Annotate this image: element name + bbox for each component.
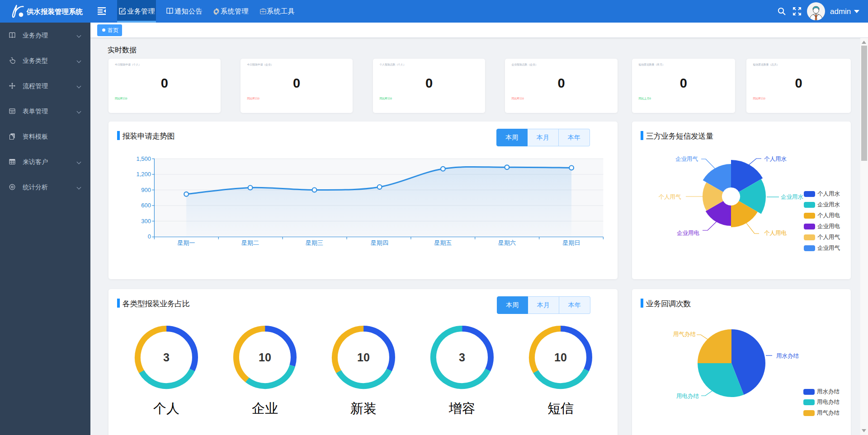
svg-text:1,500: 1,500 <box>136 155 151 162</box>
svg-text:用水办结: 用水办结 <box>776 353 799 359</box>
svg-text:星期二: 星期二 <box>241 239 259 246</box>
svg-text:用电办结: 用电办结 <box>676 393 699 399</box>
svg-text:星期一: 星期一 <box>177 239 195 246</box>
svg-text:企业用电: 企业用电 <box>677 230 700 236</box>
svg-text:0: 0 <box>148 233 151 240</box>
svg-text:900: 900 <box>141 187 151 193</box>
svg-text:3: 3 <box>459 351 465 364</box>
svg-text:个人用电: 个人用电 <box>764 230 787 236</box>
svg-text:企业用水: 企业用水 <box>781 194 804 200</box>
svg-text:10: 10 <box>357 351 370 364</box>
svg-text:用气办结: 用气办结 <box>673 331 696 337</box>
svg-text:10: 10 <box>259 351 271 364</box>
svg-text:3: 3 <box>163 351 170 364</box>
svg-text:300: 300 <box>141 218 151 225</box>
svg-text:星期三: 星期三 <box>306 239 323 246</box>
svg-text:企业用气: 企业用气 <box>675 156 698 162</box>
svg-text:个人用水: 个人用水 <box>764 156 787 162</box>
svg-text:1,200: 1,200 <box>136 171 151 178</box>
svg-text:个人用气: 个人用气 <box>659 194 682 200</box>
svg-text:星期四: 星期四 <box>371 239 388 246</box>
svg-text:星期日: 星期日 <box>562 239 580 246</box>
svg-text:星期五: 星期五 <box>434 239 452 246</box>
svg-text:600: 600 <box>141 202 151 209</box>
svg-text:星期六: 星期六 <box>498 239 516 246</box>
svg-text:10: 10 <box>554 351 567 364</box>
